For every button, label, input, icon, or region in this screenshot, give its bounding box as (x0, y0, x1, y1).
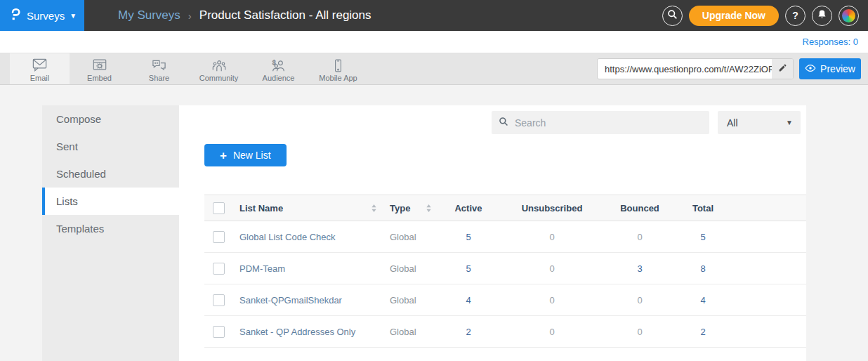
sidebar-item-lists[interactable]: Lists (42, 188, 179, 215)
sort-icon[interactable] (371, 204, 377, 213)
sidebar-item-scheduled[interactable]: Scheduled (42, 160, 179, 188)
table-row: Sanket - QP Addresses Only Global 2 0 0 … (204, 316, 806, 348)
top-header: Surveys ▼ My Surveys › Product Satisfact… (0, 0, 868, 31)
breadcrumb: My Surveys › Product Satisfaction - All … (118, 8, 371, 22)
section-tabs (11, 31, 81, 53)
active-count-link[interactable]: 5 (438, 232, 499, 242)
unsubscribed-count-link: 0 (499, 263, 605, 274)
lists-table: List Name Type Active Unsubscribed Bounc… (204, 195, 806, 348)
table-row: Sanket-QPGmailShekdar Global 4 0 0 4 (204, 284, 806, 316)
embed-icon (92, 58, 107, 73)
lists-panel: All ▼ + New List List Name Type (179, 105, 806, 361)
table-row: Global List Code Check Global 5 0 0 5 (204, 221, 806, 253)
unsubscribed-count-link: 0 (499, 295, 605, 306)
notifications-button[interactable] (812, 6, 832, 26)
new-list-button[interactable]: + New List (204, 144, 287, 166)
total-count-link[interactable]: 8 (675, 263, 731, 274)
row-checkbox[interactable] (213, 263, 225, 275)
email-icon (31, 57, 48, 73)
breadcrumb-separator-icon: › (188, 10, 192, 22)
channel-community[interactable]: Community (189, 53, 249, 84)
select-all-checkbox[interactable] (213, 202, 225, 214)
audience-icon: $ (270, 58, 287, 73)
channel-email[interactable]: Email (10, 53, 70, 84)
channel-mobile-app[interactable]: Mobile App (308, 53, 368, 84)
page-title: Product Satisfaction - All regions (199, 8, 371, 22)
list-name-link[interactable]: Global List Code Check (234, 232, 336, 242)
row-checkbox[interactable] (213, 294, 225, 306)
share-icon (151, 58, 167, 73)
channel-share[interactable]: Share (129, 53, 189, 84)
chevron-down-icon: ▼ (70, 12, 77, 20)
channel-tabs: Email Embed Share Community $ Audience M… (10, 53, 368, 84)
column-total: Total (675, 203, 731, 214)
pencil-icon (778, 63, 787, 74)
sidebar-item-sent[interactable]: Sent (42, 133, 179, 160)
section-navbar: Responses: 0 (0, 31, 868, 53)
column-bounced: Bounced (605, 203, 675, 214)
list-type: Global (380, 295, 438, 306)
bounced-count-link: 0 (605, 232, 675, 242)
questionpro-app: Surveys ▼ My Surveys › Product Satisfact… (0, 0, 868, 361)
search-input[interactable] (515, 117, 702, 129)
table-body: Global List Code Check Global 5 0 0 5 PD… (204, 221, 806, 348)
column-unsubscribed: Unsubscribed (499, 203, 605, 214)
help-button[interactable]: ? (785, 6, 805, 26)
responses-count: Responses: 0 (803, 37, 859, 47)
chevron-down-icon: ▼ (786, 119, 793, 126)
filter-value: All (727, 117, 738, 129)
unsubscribed-count-link: 0 (499, 232, 605, 242)
unsubscribed-count-link: 0 (499, 327, 605, 337)
active-count-link[interactable]: 5 (438, 263, 499, 274)
surveys-label: Surveys (27, 10, 65, 22)
survey-url-box (597, 58, 794, 79)
survey-url-input[interactable] (598, 64, 772, 74)
header-actions: Upgrade Now ? (662, 6, 868, 26)
column-active: Active (438, 203, 499, 214)
avatar[interactable] (839, 6, 859, 26)
column-list-name: List Name (239, 203, 283, 214)
question-mark-icon: ? (792, 10, 798, 21)
table-row: PDM-Team Global 5 0 3 8 (204, 253, 806, 284)
questionpro-logo-icon (8, 6, 22, 25)
column-type: Type (390, 203, 410, 214)
plus-icon: + (220, 150, 227, 162)
community-icon (211, 58, 227, 73)
sidebar-item-templates[interactable]: Templates (42, 215, 179, 242)
search-button[interactable] (662, 6, 683, 26)
new-list-label: New List (233, 150, 271, 161)
avatar-logo-icon (842, 9, 855, 22)
channel-embed[interactable]: Embed (70, 53, 129, 84)
list-name-link[interactable]: Sanket-QPGmailShekdar (234, 295, 342, 306)
channel-audience[interactable]: $ Audience (249, 53, 308, 84)
content-area: Compose Sent Scheduled Lists Templates A… (0, 85, 868, 361)
row-checkbox[interactable] (213, 326, 225, 338)
active-count-link[interactable]: 4 (438, 295, 499, 306)
preview-label: Preview (820, 63, 855, 74)
search-icon (667, 9, 678, 22)
list-name-link[interactable]: Sanket - QP Addresses Only (234, 327, 355, 337)
sidebar-item-compose[interactable]: Compose (42, 105, 179, 133)
table-header: List Name Type Active Unsubscribed Bounc… (204, 195, 806, 221)
edit-url-button[interactable] (772, 59, 793, 79)
mobile-app-icon (331, 58, 346, 73)
row-checkbox[interactable] (213, 231, 225, 243)
search-box (492, 111, 709, 134)
list-type: Global (380, 263, 438, 274)
list-name-link[interactable]: PDM-Team (234, 263, 285, 274)
upgrade-button[interactable]: Upgrade Now (689, 6, 779, 26)
active-count-link[interactable]: 2 (438, 327, 499, 337)
channels-toolbar: Email Embed Share Community $ Audience M… (0, 53, 868, 85)
search-row: All ▼ (179, 111, 801, 134)
bounced-count-link[interactable]: 3 (605, 263, 675, 274)
preview-button[interactable]: Preview (799, 58, 861, 79)
sort-icon[interactable] (426, 204, 432, 213)
total-count-link[interactable]: 4 (675, 295, 731, 306)
filter-dropdown[interactable]: All ▼ (718, 111, 801, 134)
total-count-link[interactable]: 5 (675, 232, 731, 242)
total-count-link[interactable]: 2 (675, 327, 731, 337)
surveys-menu-button[interactable]: Surveys ▼ (0, 0, 84, 31)
breadcrumb-my-surveys[interactable]: My Surveys (118, 8, 180, 22)
email-sidebar: Compose Sent Scheduled Lists Templates (42, 105, 179, 361)
toolbar-right: Preview (597, 53, 868, 84)
